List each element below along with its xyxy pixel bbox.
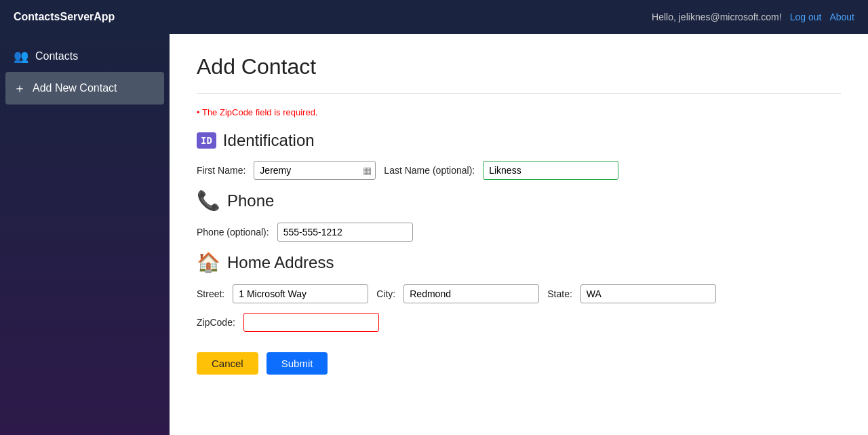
sidebar-item-add-label: Add New Contact [33,82,117,94]
id-badge-icon: ID [197,132,216,149]
identification-section-header: ID Identification [197,131,841,150]
city-input[interactable] [403,284,539,303]
sidebar: 👥 Contacts ＋ Add New Contact [0,34,170,435]
user-greeting: Hello, jeliknes@microsoft.com! [652,12,782,22]
phone-title: Phone [227,191,274,210]
about-link[interactable]: About [829,12,854,22]
zipcode-input[interactable] [243,313,379,332]
page-title: Add Contact [197,54,841,79]
navbar: ContactsServerApp Hello, jeliknes@micros… [0,0,868,34]
address-form-row-2: ZipCode: [197,313,841,332]
first-name-input-wrapper: ▦ [254,161,376,180]
cancel-button[interactable]: Cancel [197,352,258,375]
state-label: State: [547,288,572,299]
phone-label: Phone (optional): [197,227,269,238]
sidebar-item-contacts[interactable]: 👥 Contacts [0,41,170,72]
identification-form-row: First Name: ▦ Last Name (optional): [197,161,841,180]
street-label: Street: [197,288,224,299]
identification-title: Identification [223,131,315,150]
main-layout: 👥 Contacts ＋ Add New Contact Add Contact… [0,34,868,435]
top-divider [197,93,841,94]
first-name-label: First Name: [197,165,245,176]
submit-button[interactable]: Submit [267,352,328,375]
phone-form-row: Phone (optional): [197,223,841,242]
validation-error-item: The ZipCode field is required. [197,107,841,117]
firstname-autocomplete-icon: ▦ [363,165,372,176]
phone-icon: 📞 [197,189,220,212]
last-name-input[interactable] [483,161,618,180]
phone-input[interactable] [277,223,413,242]
state-input[interactable] [580,284,716,303]
address-section-header: 🏠 Home Address [197,251,841,273]
sidebar-item-contacts-label: Contacts [35,50,78,62]
first-name-input[interactable] [254,161,376,180]
city-label: City: [376,288,395,299]
last-name-label: Last Name (optional): [384,165,475,176]
address-form-row-1: Street: City: State: [197,284,841,303]
zipcode-label: ZipCode: [197,317,235,328]
logout-link[interactable]: Log out [790,12,822,22]
button-row: Cancel Submit [197,352,841,375]
navbar-right: Hello, jeliknes@microsoft.com! Log out A… [652,12,854,22]
phone-section-header: 📞 Phone [197,189,841,212]
contacts-icon: 👥 [14,49,28,64]
address-title: Home Address [227,253,334,272]
validation-errors: The ZipCode field is required. [197,107,841,117]
sidebar-item-add-new-contact[interactable]: ＋ Add New Contact [5,72,164,105]
app-brand: ContactsServerApp [14,11,115,23]
home-icon: 🏠 [197,251,220,273]
main-content: Add Contact The ZipCode field is require… [170,34,868,435]
street-input[interactable] [233,284,368,303]
add-contact-icon: ＋ [14,80,26,96]
